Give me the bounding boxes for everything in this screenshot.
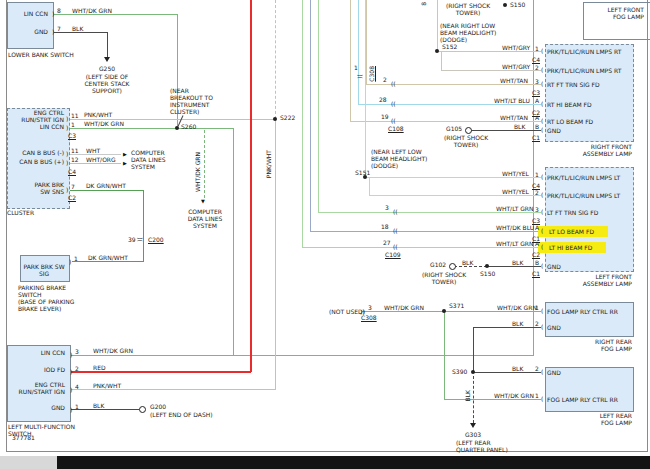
lbs-gnd-wire-label: BLK xyxy=(72,25,83,32)
cluster-caption: CLUSTER xyxy=(7,209,34,216)
lf-connector-c2[interactable]: C2 xyxy=(532,251,540,258)
rf-connector-c4[interactable]: C4 xyxy=(532,56,540,63)
rf-wire2-label: WHT/GRY xyxy=(502,63,530,70)
rf-bracket: ( xyxy=(541,47,543,54)
lf-connector-c4[interactable]: C4 xyxy=(532,182,540,189)
pbs-pin-1: 1 xyxy=(74,255,78,262)
rf-row-gnd: GND xyxy=(547,127,561,134)
wire-blk-lr xyxy=(473,372,541,373)
wire-whtltgrn-row1 xyxy=(318,212,541,213)
computer-data-lines-note-2: COMPUTER DATA LINES SYSTEM xyxy=(178,208,232,229)
rr-relay-wire-label: WHT/DK GRN xyxy=(497,304,537,311)
wire-whttan-vert2 xyxy=(350,0,351,122)
wire-whttan-row2 xyxy=(350,121,541,122)
wire-whtltgrn-row2 xyxy=(302,247,541,248)
wire-dkgrnwht-pbs xyxy=(72,261,144,262)
pbs-wire-label: DK GRN/WHT xyxy=(88,254,128,261)
doc-number: 377781 xyxy=(12,434,35,441)
lf-wire2-label: WHT/YEL xyxy=(502,188,529,195)
lf-row-prk1: PRK/TL/LIC/RUN LMPS LT xyxy=(547,174,620,181)
c108-pin-19: 19 xyxy=(381,113,389,120)
rf-bracket: ( xyxy=(541,100,543,107)
wire-whtltblu-vert xyxy=(358,0,359,105)
lf-wire3-label: WHT/LT GRN xyxy=(496,205,534,212)
lr-relay-wire-label: WHT/DK GRN xyxy=(494,392,534,399)
right-shock-tower-note-top: (RIGHT SHOCK TOWER) xyxy=(440,2,496,16)
wire-blk-g102-dash xyxy=(454,266,487,267)
wire-whtorg-can-plus xyxy=(68,163,121,164)
cluster-pin-bracket: ) xyxy=(66,159,68,166)
computer-data-lines-note: COMPUTER DATA LINES SYSTEM xyxy=(131,149,166,170)
mfs-pin-eng-label: ENG CTRL RUN/START IGN xyxy=(7,381,65,395)
rf-pin-b: B xyxy=(535,123,539,130)
pbs-caption: PARKING BRAKE SWITCH (BASE OF PARKING BR… xyxy=(18,284,75,312)
rf-pin-a1: A xyxy=(535,97,539,104)
rf-connector-c3[interactable]: C3 xyxy=(532,89,540,96)
rf-caption: RIGHT FRONT ASSEMBLY LAMP xyxy=(560,143,632,157)
wire-whtyel-vert xyxy=(365,0,366,178)
c200-connector-icon: )( xyxy=(137,237,144,242)
cluster-pin-1: 1 xyxy=(71,121,75,128)
lr-bracket: ( xyxy=(541,368,543,375)
lr-row-gnd: GND xyxy=(547,369,561,376)
c108-connector[interactable]: C108 xyxy=(388,125,404,132)
mfs-pin-bracket: ) xyxy=(70,351,72,358)
g105-label: G105 xyxy=(446,125,462,132)
cluster-pin-bracket: ) xyxy=(66,115,68,122)
wire-whtdkgrn-vert-mfs xyxy=(233,128,234,356)
cluster-connector-c4[interactable]: C4 xyxy=(68,168,76,175)
rf-wire6-label: BLK xyxy=(514,123,525,130)
s151-label: S151 xyxy=(355,169,370,176)
rf-connector-c1[interactable]: C1 xyxy=(532,134,540,141)
c308-symbol-vert: )( xyxy=(357,74,364,79)
mfs-pin-bracket: ) xyxy=(70,386,72,393)
pin-8-rotated: 8 xyxy=(421,2,427,6)
can-minus-arrow-icon: ▶ xyxy=(123,152,127,157)
wire-blk-g303-dash xyxy=(473,376,474,423)
mfs-pin-bracket: ) xyxy=(70,368,72,375)
rf-wire5-label: WHT/TAN xyxy=(500,114,528,121)
g102-ground-icon xyxy=(449,263,456,270)
c308-connector-2[interactable]: C308 xyxy=(361,314,377,321)
rf-wire3-label: WHT/TAN xyxy=(500,77,528,84)
lf-connector-c3[interactable]: C3 xyxy=(532,217,540,224)
lf-bracket: ( xyxy=(541,243,543,250)
mfs-pin-bracket: ) xyxy=(70,406,72,413)
rf-bracket: ( xyxy=(541,80,543,87)
near-left-low-note: (NEAR LEFT LOW BEAM HEADLIGHT) (DODGE) xyxy=(371,148,427,169)
lbs-pin-8: 8 xyxy=(57,7,61,14)
wiring-diagram-page: LIN CCN GND ) ) 8 7 WHT/DK GRN BLK LOWER… xyxy=(0,0,650,469)
wire-dkgrnwht-cluster xyxy=(68,190,144,191)
lbs-pin-7: 7 xyxy=(57,25,61,32)
lf-row-hi: LT HI BEAM FD xyxy=(549,244,592,251)
lr-caption: LEFT REAR FOG LAMP xyxy=(560,412,632,426)
g250-label: G250 xyxy=(82,65,132,72)
pbs-box-label: PARK BRK SW SIG xyxy=(20,263,68,277)
cdl-down-arrow-icon: ▼ xyxy=(201,199,205,204)
bottom-black-bar xyxy=(57,456,650,469)
s371-splice-dot xyxy=(442,309,446,313)
wire-whtdkblu-vert xyxy=(310,0,311,232)
lf-connector-c1b[interactable]: C1 xyxy=(532,270,540,277)
lower-bank-switch-caption: LOWER BANK SWITCH xyxy=(8,51,74,58)
rf-bracket: ( xyxy=(541,117,543,124)
cluster-connector-c3[interactable]: C3 xyxy=(68,132,76,139)
s150-top-label: S150 xyxy=(510,1,525,8)
c308-connector-vert[interactable]: C308 xyxy=(369,66,375,82)
s152-label: S152 xyxy=(442,43,457,50)
c200-connector[interactable]: C200 xyxy=(148,236,164,243)
cluster-pin-can-plus-label: CAN B BUS (+) xyxy=(8,158,64,165)
lr-pin-1: 1 xyxy=(535,392,539,399)
cluster-park-wire-label: DK GRN/WHT xyxy=(86,182,126,189)
c108-symbol: (( xyxy=(391,100,396,107)
wire-whtltgrn-vert1 xyxy=(318,0,319,213)
mfs-pin-lin-label: LIN CCN xyxy=(7,349,65,356)
s150-blk-label: BLK xyxy=(512,259,523,266)
rf-pin-3: 3 xyxy=(535,78,539,85)
wire-whtdkgrn-s371-row xyxy=(362,311,541,312)
wire-whtdkgrn-lbs xyxy=(52,14,178,15)
cluster-pin-eng-label: ENG CTRL RUN/STRT IGN xyxy=(8,109,64,123)
rf-row-hi: RT HI BEAM FD xyxy=(547,101,592,108)
c109-connector[interactable]: C109 xyxy=(385,251,401,258)
cluster-connector-c2[interactable]: C2 xyxy=(68,194,76,201)
